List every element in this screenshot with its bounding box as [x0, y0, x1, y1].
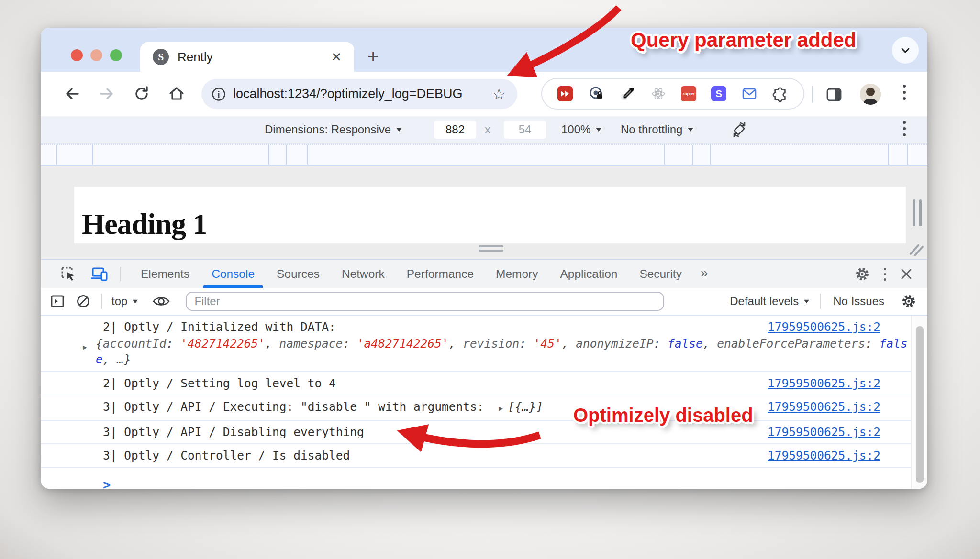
mail-extension-icon[interactable]: [741, 86, 757, 102]
url-text[interactable]: localhost:1234/?optimizely_log=DEBUG: [233, 87, 492, 101]
stripe-extension-icon[interactable]: S: [711, 86, 726, 101]
back-arrow-icon: [64, 85, 81, 102]
console-filter-input[interactable]: [186, 292, 664, 311]
extensions-pill: zapier S: [541, 78, 804, 110]
device-mode-canvas: Heading 1: [41, 166, 927, 259]
back-button[interactable]: [64, 85, 81, 102]
address-bar[interactable]: localhost:1234/?optimizely_log=DEBUG ☆: [201, 79, 517, 109]
tab-network[interactable]: Network: [331, 260, 396, 288]
minimize-window-button[interactable]: [90, 49, 102, 61]
log-levels-select[interactable]: Default levels: [730, 295, 810, 308]
expand-triangle-icon[interactable]: ▶: [83, 340, 87, 355]
source-location-link[interactable]: 17959500625.js:2: [768, 424, 880, 440]
devtools-tabbar: ElementsConsoleSourcesNetworkPerformance…: [41, 260, 927, 288]
viewport-width-input[interactable]: 882: [434, 116, 476, 143]
live-expression-button[interactable]: [152, 294, 170, 308]
console-object-preview[interactable]: ▶{accountId: '4827142265', namespace: 'a…: [41, 336, 911, 372]
more-tabs-button[interactable]: »: [693, 265, 716, 281]
new-tab-button[interactable]: +: [368, 45, 379, 68]
zoom-window-button[interactable]: [110, 49, 122, 61]
media-query-divider: [307, 145, 308, 165]
console-scrollbar[interactable]: [911, 316, 927, 489]
close-icon: [900, 267, 913, 281]
caret-down-icon: [395, 127, 403, 132]
console-toolbar-divider: [820, 294, 821, 309]
eyedropper-extension-icon[interactable]: [619, 86, 635, 102]
devtools-settings-button[interactable]: [854, 266, 870, 282]
expand-triangle-icon[interactable]: ▶: [499, 404, 503, 413]
gear-icon: [901, 293, 917, 309]
tab-search-button[interactable]: [892, 37, 919, 64]
clear-console-button[interactable]: [75, 293, 91, 309]
forward-arrow-icon: [98, 85, 115, 102]
object-preview-text: {accountId: '4827142265', namespace: 'a4…: [96, 336, 909, 367]
video-speed-extension-icon[interactable]: [557, 86, 573, 102]
rotate-viewport-button[interactable]: [730, 116, 749, 143]
scrollbar-thumb[interactable]: [916, 326, 924, 483]
close-devtools-button[interactable]: [900, 267, 913, 281]
side-panel-button[interactable]: [825, 86, 843, 103]
reload-button[interactable]: [133, 85, 150, 102]
device-toolbar-menu-button[interactable]: [903, 121, 906, 136]
zapier-extension-icon[interactable]: zapier: [681, 86, 696, 101]
tab-memory[interactable]: Memory: [485, 260, 549, 288]
console-row: 2| Optly / Setting log level to 41795950…: [41, 372, 911, 395]
browser-tab[interactable]: S Rently ✕: [140, 42, 354, 72]
zoom-select[interactable]: 100%: [561, 116, 602, 143]
password-manager-extension-icon[interactable]: [588, 86, 604, 102]
throttling-value: No throttling: [621, 123, 682, 136]
close-tab-icon[interactable]: ✕: [331, 50, 342, 65]
throttling-select[interactable]: No throttling: [621, 116, 694, 143]
react-devtools-extension-icon[interactable]: [650, 86, 667, 102]
caret-down-icon: [132, 299, 139, 304]
tab-sources[interactable]: Sources: [266, 260, 331, 288]
viewport-resize-handle-right[interactable]: [913, 199, 922, 226]
inspect-element-button[interactable]: [60, 265, 77, 283]
viewport-resize-handle-bottom[interactable]: [479, 245, 503, 252]
media-query-divider: [56, 145, 57, 165]
close-window-button[interactable]: [71, 49, 83, 61]
home-button[interactable]: [167, 85, 186, 102]
source-location-link[interactable]: 17959500625.js:2: [768, 448, 880, 463]
page-heading: Heading 1: [74, 187, 906, 241]
console-sidebar-toggle[interactable]: [49, 293, 66, 309]
tab-elements[interactable]: Elements: [130, 260, 200, 288]
console-sidebar-icon: [49, 293, 66, 309]
dimensions-select[interactable]: Dimensions: Responsive: [265, 116, 403, 143]
console-row: 3| Optly / Controller / Is disabled17959…: [41, 444, 911, 468]
bookmark-star-icon[interactable]: ☆: [492, 85, 506, 103]
devtools-tabbar-tabs: ElementsConsoleSourcesNetworkPerformance…: [130, 260, 693, 288]
dimensions-separator: x: [485, 116, 490, 143]
viewport-height-input[interactable]: 54: [504, 116, 546, 143]
inline-object-preview[interactable]: [{…}]: [508, 400, 543, 414]
tab-security[interactable]: Security: [628, 260, 693, 288]
media-query-divider: [710, 145, 711, 165]
profile-avatar[interactable]: [860, 84, 881, 105]
zoom-value: 100%: [561, 123, 590, 136]
extensions-puzzle-icon[interactable]: [772, 86, 789, 102]
console-row: 2| Optly / Initialized with DATA:1795950…: [41, 316, 911, 336]
forward-button[interactable]: [98, 85, 115, 102]
console-prompt[interactable]: >: [41, 468, 927, 489]
tab-application[interactable]: Application: [549, 260, 629, 288]
console-settings-button[interactable]: [901, 293, 917, 309]
caret-down-icon: [595, 127, 602, 132]
media-query-divider: [286, 145, 287, 165]
site-info-button[interactable]: [211, 87, 226, 102]
devtools-menu-button[interactable]: [884, 268, 886, 281]
tab-performance[interactable]: Performance: [396, 260, 485, 288]
source-location-link[interactable]: 17959500625.js:2: [768, 319, 880, 335]
device-toolbar-toggle-button[interactable]: [89, 265, 109, 283]
browser-menu-button[interactable]: [903, 85, 906, 100]
tab-console[interactable]: Console: [200, 260, 266, 288]
source-location-link[interactable]: 17959500625.js:2: [768, 399, 880, 415]
caret-down-icon: [803, 299, 810, 304]
execution-context-select[interactable]: top: [111, 295, 139, 308]
media-query-divider: [92, 145, 93, 165]
source-location-link[interactable]: 17959500625.js:2: [768, 375, 880, 391]
tab-favicon: S: [153, 49, 169, 65]
viewport-resize-corner[interactable]: [910, 241, 924, 256]
context-value: top: [111, 295, 127, 308]
issues-counter[interactable]: No Issues: [833, 295, 884, 308]
console-row: 3| Optly / API / Executing: "disable " w…: [41, 395, 911, 421]
